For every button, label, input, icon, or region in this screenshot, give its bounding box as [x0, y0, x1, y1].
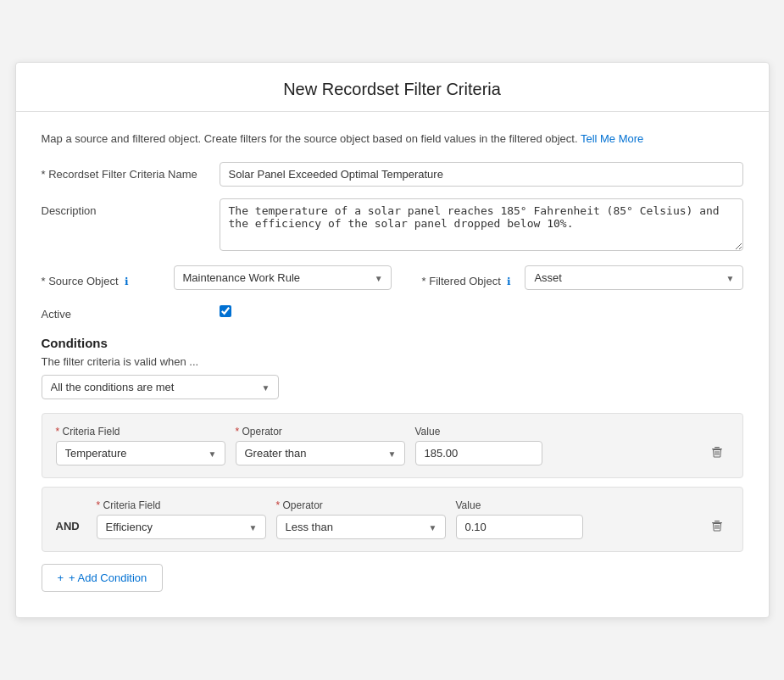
operator-label-1: * Operator	[236, 426, 405, 438]
add-condition-button[interactable]: + + Add Condition	[42, 564, 164, 592]
description-input-wrap: The temperature of a solar panel reaches…	[220, 198, 743, 254]
name-row: * Recordset Filter Criteria Name	[42, 162, 743, 187]
criteria-field-2: * Criteria Field Efficiency Temperature	[97, 499, 266, 539]
filtered-object-label: * Filtered Object ℹ	[405, 269, 512, 287]
conditions-select[interactable]: All the conditions are met Any the condi…	[42, 375, 279, 399]
modal: New Recordset Filter Criteria Map a sour…	[15, 62, 770, 619]
active-checkbox[interactable]	[220, 305, 231, 317]
delete-button-1[interactable]	[705, 440, 729, 464]
conditions-select-wrap: All the conditions are met Any the condi…	[42, 375, 279, 399]
description-input[interactable]: The temperature of a solar panel reaches…	[220, 198, 743, 251]
operator-field-2: * Operator Less than Greater than Equals	[276, 499, 446, 539]
value-field-1: Value	[415, 426, 542, 465]
condition-row-1: * Criteria Field Temperature * Operator …	[56, 426, 729, 465]
tell-me-more-link[interactable]: Tell Me More	[581, 132, 643, 145]
value-input-1[interactable]	[415, 441, 542, 465]
criteria-field-label-1: * Criteria Field	[56, 426, 225, 438]
criteria-select-1[interactable]: Temperature	[56, 441, 225, 465]
operator-select-wrap-2: Less than Greater than Equals	[276, 515, 446, 539]
trash-icon-2	[710, 519, 724, 532]
source-object-select[interactable]: Maintenance Work Rule	[174, 265, 392, 290]
add-condition-label: + Add Condition	[69, 571, 147, 584]
name-input[interactable]	[220, 162, 743, 187]
filtered-object-select-wrap: Asset	[525, 265, 742, 290]
value-field-2: Value	[456, 499, 583, 539]
active-row: Active	[42, 302, 743, 320]
modal-header: New Recordset Filter Criteria	[16, 63, 769, 112]
filter-desc: The filter criteria is valid when ...	[42, 355, 743, 368]
criteria-select-wrap-2: Efficiency Temperature	[97, 515, 266, 539]
criteria-select-2[interactable]: Efficiency Temperature	[97, 515, 266, 539]
condition-card-1: * Criteria Field Temperature * Operator …	[42, 413, 743, 478]
criteria-field-label-2: * Criteria Field	[97, 499, 266, 511]
modal-body: Map a source and filtered object. Create…	[16, 112, 769, 618]
source-info-icon: ℹ	[125, 276, 129, 287]
and-label: AND	[56, 520, 86, 539]
operator-label-2: * Operator	[276, 499, 446, 511]
filtered-object-select[interactable]: Asset	[525, 265, 742, 290]
delete-button-2[interactable]	[705, 514, 729, 538]
criteria-field-1: * Criteria Field Temperature	[56, 426, 225, 465]
trash-icon-1	[710, 445, 724, 459]
value-input-2[interactable]	[456, 515, 583, 539]
svg-rect-6	[714, 521, 720, 521]
source-object-label: * Source Object ℹ	[42, 269, 160, 287]
active-checkbox-wrap	[220, 302, 231, 317]
name-label: * Recordset Filter Criteria Name	[42, 162, 220, 181]
condition-card-2: AND * Criteria Field Efficiency Temperat…	[42, 487, 743, 552]
description-row: Description The temperature of a solar p…	[42, 198, 743, 254]
source-object-select-wrap: Maintenance Work Rule	[174, 265, 392, 290]
active-label: Active	[42, 302, 220, 320]
condition-row-2: AND * Criteria Field Efficiency Temperat…	[56, 499, 729, 539]
filtered-info-icon: ℹ	[507, 276, 511, 287]
operator-select-2[interactable]: Less than Greater than Equals	[276, 515, 446, 539]
modal-title: New Recordset Filter Criteria	[42, 80, 743, 99]
operator-select-wrap-1: Greater than Less than Equals	[236, 441, 405, 465]
value-label-2: Value	[456, 499, 583, 511]
conditions-title: Conditions	[42, 336, 743, 350]
add-condition-icon: +	[58, 571, 64, 584]
description-label: Description	[42, 198, 220, 217]
value-label-1: Value	[415, 426, 542, 438]
info-text: Map a source and filtered object. Create…	[42, 131, 743, 148]
criteria-select-wrap-1: Temperature	[56, 441, 225, 465]
operator-field-1: * Operator Greater than Less than Equals	[236, 426, 405, 465]
object-row: * Source Object ℹ Maintenance Work Rule …	[42, 265, 743, 290]
svg-rect-1	[714, 447, 720, 448]
name-input-wrap	[220, 162, 743, 187]
operator-select-1[interactable]: Greater than Less than Equals	[236, 441, 405, 465]
